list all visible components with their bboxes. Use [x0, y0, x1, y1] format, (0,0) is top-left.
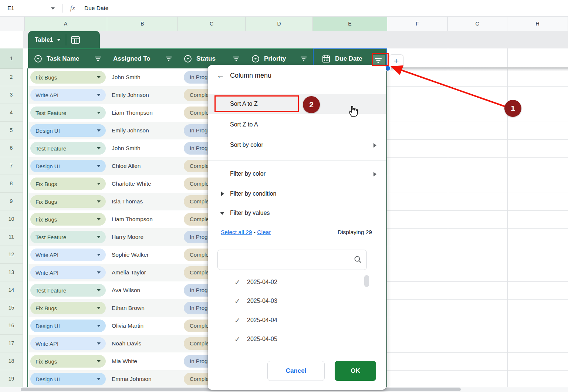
row-number[interactable]: 10 — [0, 210, 23, 228]
row-number[interactable]: 3 — [0, 86, 23, 104]
row-number[interactable]: 6 — [0, 139, 23, 157]
name-box-dropdown-icon[interactable] — [51, 7, 55, 10]
cell-name-box[interactable]: E1 — [7, 0, 14, 16]
row-number[interactable]: 2 — [0, 68, 23, 86]
assignee-cell[interactable]: Isla Thomas — [112, 193, 143, 210]
add-column-button[interactable]: + — [389, 54, 403, 68]
row-number[interactable]: 11 — [0, 228, 23, 246]
menu-item-filter-by-color[interactable]: Filter by color — [208, 165, 386, 182]
filter-value-item[interactable]: ✓ 2025-04-04 — [208, 311, 371, 330]
formula-input[interactable]: Due Date — [84, 0, 108, 16]
assignee-cell[interactable]: Sophie Walker — [112, 246, 149, 264]
cancel-button[interactable]: Cancel — [267, 361, 325, 381]
task-name-dropdown-chip[interactable]: Write API — [30, 249, 106, 261]
task-name-dropdown-chip[interactable]: Fix Bugs — [30, 178, 106, 190]
filter-search-input[interactable] — [217, 250, 367, 270]
column-header-h[interactable]: H — [507, 16, 568, 31]
chevron-down-icon — [97, 289, 101, 291]
task-name-dropdown-chip[interactable]: Design UI — [30, 160, 106, 172]
column-header-e[interactable]: E — [313, 16, 387, 31]
row-number[interactable]: 19 — [0, 370, 23, 388]
assignee-cell[interactable]: John Smith — [112, 68, 141, 86]
row-number[interactable]: 4 — [0, 104, 23, 122]
row-number[interactable]: 14 — [0, 281, 23, 299]
column-header-d[interactable]: D — [246, 16, 313, 31]
assignee-cell[interactable]: John Smith — [112, 139, 141, 157]
chevron-down-icon — [97, 112, 101, 114]
clear-link[interactable]: Clear — [257, 229, 271, 235]
value-list-scrollbar[interactable] — [364, 275, 369, 287]
assignee-cell[interactable]: Noah Davis — [112, 335, 141, 352]
chip-dropdown-icon — [184, 55, 192, 63]
row-number[interactable]: 12 — [0, 246, 23, 264]
filter-icon[interactable] — [233, 57, 240, 61]
task-name-dropdown-chip[interactable]: Fix Bugs — [30, 302, 106, 314]
assignee-cell[interactable]: Liam Thompson — [112, 104, 153, 122]
filter-icon[interactable] — [300, 57, 307, 61]
assignee-cell[interactable]: Emma Johnson — [112, 370, 152, 388]
row-number[interactable]: 8 — [0, 175, 23, 193]
row-number[interactable]: 16 — [0, 317, 23, 335]
task-name-dropdown-chip[interactable]: Design UI — [30, 373, 106, 385]
assignee-cell[interactable]: Ava Wilson — [112, 281, 140, 299]
back-arrow-icon[interactable]: ← — [217, 71, 228, 80]
column-header-c[interactable]: C — [178, 16, 246, 31]
task-name-dropdown-chip[interactable]: Fix Bugs — [30, 355, 106, 368]
chevron-down-icon — [97, 360, 101, 362]
row-header-1[interactable]: 1 — [0, 48, 23, 69]
filter-value-item[interactable]: ✓ 2025-04-05 — [208, 330, 371, 348]
task-name-label: Fix Bugs — [36, 199, 57, 205]
sheet-corner-select-all[interactable] — [0, 16, 25, 31]
row-number[interactable]: 9 — [0, 193, 23, 210]
assignee-cell[interactable]: Emily Johnson — [112, 122, 149, 139]
header-cell-task-name[interactable]: Task Name — [28, 49, 107, 68]
chip-dropdown-icon — [251, 55, 260, 63]
task-name-dropdown-chip[interactable]: Test Feature — [30, 107, 106, 119]
task-name-dropdown-chip[interactable]: Fix Bugs — [30, 213, 106, 226]
row-number[interactable]: 15 — [0, 299, 23, 317]
assignee-cell[interactable]: Olivia Martin — [112, 317, 143, 335]
menu-item-filter-by-condition[interactable]: Filter by condition — [208, 185, 386, 202]
assignee-cell[interactable]: Chloe Allen — [112, 157, 141, 175]
ok-button[interactable]: OK — [335, 361, 376, 381]
task-name-dropdown-chip[interactable]: Test Feature — [30, 284, 106, 297]
column-header-f[interactable]: F — [387, 16, 448, 31]
row-number[interactable]: 5 — [0, 122, 23, 139]
task-name-dropdown-chip[interactable]: Write API — [30, 337, 106, 350]
menu-item-filter-by-values[interactable]: Filter by values — [208, 205, 386, 222]
column-header-b[interactable]: B — [107, 16, 178, 31]
filter-icon[interactable] — [165, 57, 172, 61]
assignee-cell[interactable]: Harry Moore — [112, 228, 143, 246]
table-name-chip[interactable]: Table1 — [28, 31, 100, 48]
column-header-g[interactable]: G — [448, 16, 507, 31]
task-name-dropdown-chip[interactable]: Write API — [30, 89, 106, 101]
task-name-dropdown-chip[interactable]: Fix Bugs — [30, 195, 106, 208]
menu-item-sort-by-color[interactable]: Sort by color — [208, 136, 386, 153]
task-name-dropdown-chip[interactable]: Write API — [30, 266, 106, 279]
assignee-cell[interactable]: Liam Thompson — [112, 210, 153, 228]
assignee-cell[interactable]: Emily Johnson — [112, 86, 149, 104]
assignee-cell[interactable]: Mia White — [112, 352, 137, 370]
task-name-dropdown-chip[interactable]: Design UI — [30, 320, 106, 332]
table-grid-icon[interactable] — [71, 36, 80, 44]
select-all-link[interactable]: Select all 29 — [221, 229, 252, 235]
row-number[interactable]: 17 — [0, 335, 23, 352]
header-cell-assigned-to[interactable]: Assigned To — [107, 49, 178, 68]
filter-value-item[interactable]: ✓ 2025-04-03 — [208, 292, 371, 310]
chevron-down-icon — [97, 94, 101, 96]
filter-icon[interactable] — [95, 57, 101, 61]
chevron-down-icon[interactable] — [57, 39, 61, 41]
assignee-cell[interactable]: Amelia Taylor — [112, 264, 146, 281]
task-name-dropdown-chip[interactable]: Test Feature — [30, 231, 106, 243]
task-name-label: Write API — [36, 341, 58, 347]
row-number[interactable]: 7 — [0, 157, 23, 175]
task-name-dropdown-chip[interactable]: Design UI — [30, 124, 106, 137]
filter-value-item[interactable]: ✓ 2025-04-02 — [208, 273, 371, 291]
task-name-dropdown-chip[interactable]: Fix Bugs — [30, 71, 106, 84]
row-number[interactable]: 18 — [0, 352, 23, 370]
assignee-cell[interactable]: Ethan Brown — [112, 299, 145, 317]
column-header-a[interactable]: A — [24, 16, 107, 31]
task-name-dropdown-chip[interactable]: Test Feature — [30, 142, 106, 155]
assignee-cell[interactable]: Charlotte White — [112, 175, 151, 193]
row-number[interactable]: 13 — [0, 264, 23, 281]
